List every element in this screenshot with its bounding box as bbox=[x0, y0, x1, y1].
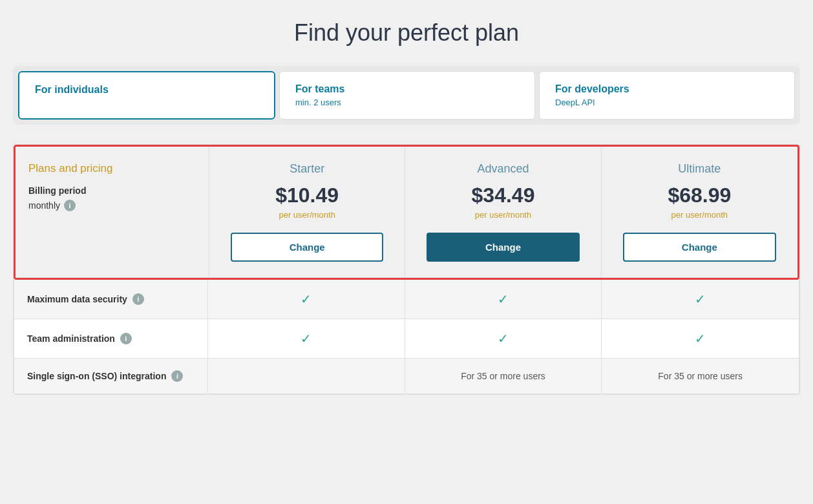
feature-value-ultimate-sso: For 35 or more users bbox=[602, 359, 799, 394]
feature-value-starter-sso bbox=[208, 359, 405, 394]
tab-developers-title: For developers bbox=[555, 83, 779, 95]
features-section: Maximum data security i ✓ ✓ ✓ Team admin… bbox=[14, 280, 799, 394]
ultimate-plan-price: $68.99 bbox=[615, 184, 785, 207]
tabs-container: For individuals For teams min. 2 users F… bbox=[13, 66, 800, 125]
check-icon: ✓ bbox=[695, 291, 706, 307]
plans-pricing-label: Plans and pricing bbox=[28, 162, 196, 175]
feature-value-advanced-data-security: ✓ bbox=[405, 280, 602, 319]
feature-value-ultimate-data-security: ✓ bbox=[602, 280, 799, 319]
plan-col-ultimate: Ultimate $68.99 per user/month Change bbox=[602, 147, 797, 277]
starter-plan-name: Starter bbox=[222, 162, 392, 176]
starter-price-sub: per user/month bbox=[222, 210, 392, 220]
feature-label-sso: Single sign-on (SSO) integration i bbox=[14, 359, 208, 394]
ultimate-change-button[interactable]: Change bbox=[623, 233, 776, 262]
feature-value-advanced-team-admin: ✓ bbox=[405, 319, 602, 358]
check-icon: ✓ bbox=[498, 291, 509, 307]
pricing-left-header: Plans and pricing Billing period monthly… bbox=[16, 147, 209, 277]
starter-change-button[interactable]: Change bbox=[231, 233, 383, 262]
feature-row-data-security: Maximum data security i ✓ ✓ ✓ bbox=[14, 280, 799, 319]
feature-value-ultimate-team-admin: ✓ bbox=[602, 319, 799, 358]
feature-label-text-data-security: Maximum data security bbox=[27, 294, 127, 304]
team-admin-info-icon[interactable]: i bbox=[120, 333, 132, 344]
billing-info-icon[interactable]: i bbox=[64, 200, 76, 211]
sso-advanced-text: For 35 or more users bbox=[461, 371, 545, 381]
feature-label-text-sso: Single sign-on (SSO) integration bbox=[27, 371, 166, 381]
page-title: Find your perfect plan bbox=[13, 19, 800, 47]
feature-label-text-team-admin: Team administration bbox=[27, 333, 115, 344]
check-icon: ✓ bbox=[301, 331, 311, 346]
ultimate-price-sub: per user/month bbox=[615, 210, 785, 220]
billing-period-label: Billing period bbox=[28, 185, 196, 196]
pricing-features-wrapper: Plans and pricing Billing period monthly… bbox=[13, 144, 800, 395]
tab-developers[interactable]: For developers DeepL API bbox=[539, 71, 795, 120]
billing-value-text: monthly bbox=[28, 200, 60, 211]
tab-teams-title: For teams bbox=[295, 83, 519, 95]
feature-value-starter-data-security: ✓ bbox=[208, 280, 405, 319]
feature-row-team-admin: Team administration i ✓ ✓ ✓ bbox=[14, 319, 799, 359]
tab-developers-subtitle: DeepL API bbox=[555, 98, 779, 107]
tab-teams-subtitle: min. 2 users bbox=[295, 98, 519, 107]
feature-row-sso: Single sign-on (SSO) integration i For 3… bbox=[14, 359, 799, 394]
check-icon: ✓ bbox=[695, 331, 706, 346]
tab-individuals[interactable]: For individuals bbox=[18, 71, 275, 120]
tab-teams[interactable]: For teams min. 2 users bbox=[279, 71, 535, 120]
billing-period-value: monthly i bbox=[28, 200, 196, 211]
feature-value-starter-team-admin: ✓ bbox=[208, 319, 405, 358]
feature-value-advanced-sso: For 35 or more users bbox=[405, 359, 602, 394]
feature-label-data-security: Maximum data security i bbox=[14, 280, 208, 319]
sso-info-icon[interactable]: i bbox=[171, 370, 183, 382]
tab-individuals-title: For individuals bbox=[35, 84, 259, 96]
check-icon: ✓ bbox=[301, 291, 311, 307]
check-icon: ✓ bbox=[498, 331, 509, 346]
starter-plan-price: $10.49 bbox=[222, 184, 392, 207]
plan-col-advanced: Advanced $34.49 per user/month Change bbox=[405, 147, 601, 277]
pricing-header-row: Plans and pricing Billing period monthly… bbox=[16, 147, 797, 278]
advanced-change-button[interactable]: Change bbox=[427, 233, 579, 262]
sso-ultimate-text: For 35 or more users bbox=[658, 371, 743, 381]
feature-label-team-admin: Team administration i bbox=[14, 319, 208, 358]
ultimate-plan-name: Ultimate bbox=[615, 162, 785, 176]
advanced-plan-name: Advanced bbox=[418, 162, 587, 176]
plan-col-starter: Starter $10.49 per user/month Change bbox=[209, 147, 405, 277]
advanced-plan-price: $34.49 bbox=[418, 184, 587, 207]
pricing-section: Plans and pricing Billing period monthly… bbox=[14, 145, 799, 280]
advanced-price-sub: per user/month bbox=[418, 210, 587, 220]
data-security-info-icon[interactable]: i bbox=[132, 293, 144, 305]
